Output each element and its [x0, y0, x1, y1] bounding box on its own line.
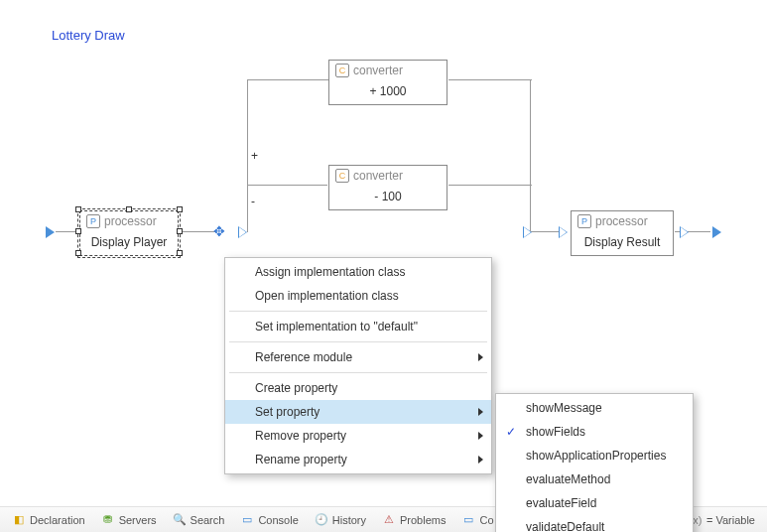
tab-label: Search [191, 514, 225, 526]
tab-label: Console [258, 514, 298, 526]
tab-label: History [332, 514, 366, 526]
submenu-item-showmessage[interactable]: showMessage [496, 396, 693, 420]
selection-handle[interactable] [75, 228, 81, 234]
menu-item-label: showMessage [526, 401, 602, 415]
node-body: Display Player [80, 231, 178, 255]
edge-line [247, 79, 248, 232]
submenu-set-property[interactable]: showMessage ✓ showFields showApplication… [495, 393, 694, 532]
menu-item-label: Set property [255, 405, 320, 419]
branch-plus-label: + [251, 149, 258, 163]
context-menu[interactable]: Assign implementation class Open impleme… [224, 257, 492, 474]
processor-icon: P [577, 214, 591, 228]
port-arrow-icon [680, 226, 689, 238]
submenu-item-showfields[interactable]: ✓ showFields [496, 420, 693, 444]
submenu-item-validatedefault[interactable]: validateDefault [496, 515, 693, 532]
menu-item-assign-impl[interactable]: Assign implementation class [225, 260, 491, 284]
node-header: P processor [80, 211, 178, 231]
check-icon: ✓ [506, 425, 516, 439]
submenu-indicator-icon [478, 353, 483, 361]
menu-separator [229, 341, 487, 342]
node-type-label: converter [353, 169, 403, 183]
node-header: P processor [572, 211, 673, 231]
tab-co-truncated[interactable]: ▭ Co [455, 511, 499, 529]
node-body: + 1000 [329, 80, 447, 104]
menu-separator [229, 311, 487, 312]
edge-line [448, 79, 532, 80]
submenu-item-showappprops[interactable]: showApplicationProperties [496, 444, 693, 467]
problems-icon: ⚠ [382, 513, 396, 527]
submenu-indicator-icon [478, 456, 483, 464]
converter-icon: C [335, 169, 349, 183]
menu-item-rename-property[interactable]: Rename property [225, 448, 491, 471]
tab-label: Declaration [30, 514, 85, 526]
node-header: C converter [329, 61, 447, 80]
edge-line [247, 79, 328, 80]
tab-problems[interactable]: ⚠ Problems [376, 511, 451, 529]
edge-line [448, 185, 532, 186]
servers-icon: ⛃ [101, 513, 115, 527]
diagram-canvas[interactable]: Lottery Draw + - P processor Display Pla… [0, 0, 767, 506]
menu-item-label: showFields [526, 425, 585, 439]
selection-handle[interactable] [177, 228, 183, 234]
tab-variable-truncated[interactable]: (x) = Variable [683, 511, 761, 529]
selection-handle[interactable] [177, 250, 183, 256]
tab-label: Servers [119, 514, 157, 526]
node-type-label: converter [353, 64, 403, 77]
node-body: - 100 [329, 186, 447, 209]
move-handle-icon[interactable]: ✥ [211, 223, 227, 239]
menu-item-create-property[interactable]: Create property [225, 376, 491, 400]
menu-item-label: evaluateField [526, 496, 596, 510]
console-icon: ▭ [240, 513, 254, 527]
node-header: C converter [329, 166, 447, 186]
submenu-item-evaluatemethod[interactable]: evaluateMethod [496, 467, 693, 491]
node-body: Display Result [572, 231, 673, 255]
node-display-player[interactable]: P processor Display Player [79, 210, 179, 256]
submenu-indicator-icon [478, 432, 483, 440]
menu-item-remove-property[interactable]: Remove property [225, 424, 491, 448]
split-arrow-icon [238, 226, 247, 238]
submenu-indicator-icon [478, 408, 483, 416]
node-display-result[interactable]: P processor Display Result [571, 210, 674, 256]
menu-separator [229, 372, 487, 373]
tab-label: Co [479, 514, 493, 526]
flow-exit-arrow-icon [712, 226, 721, 238]
menu-item-reference-module[interactable]: Reference module [225, 345, 491, 369]
menu-item-label: Rename property [255, 453, 347, 466]
history-icon: 🕘 [315, 513, 328, 527]
tab-declaration[interactable]: ◧ Declaration [6, 511, 91, 529]
menu-item-label: showApplicationProperties [526, 449, 666, 463]
edge-line [248, 185, 327, 186]
edge-line [530, 79, 531, 232]
tab-console[interactable]: ▭ Console [234, 511, 304, 529]
tab-label: Problems [400, 514, 446, 526]
menu-item-label: evaluateMethod [526, 472, 610, 486]
tab-servers[interactable]: ⛃ Servers [95, 511, 163, 529]
generic-view-icon: ▭ [461, 513, 475, 527]
converter-icon: C [335, 64, 349, 77]
node-converter-plus[interactable]: C converter + 1000 [328, 60, 447, 105]
menu-item-set-property[interactable]: Set property [225, 400, 491, 424]
diagram-title: Lottery Draw [52, 28, 125, 43]
selection-handle[interactable] [75, 250, 81, 256]
menu-item-open-impl[interactable]: Open implementation class [225, 284, 491, 308]
node-type-label: processor [595, 214, 648, 228]
flow-entry-arrow-icon [46, 226, 55, 238]
node-converter-minus[interactable]: C converter - 100 [328, 165, 447, 210]
menu-item-set-default[interactable]: Set implementation to "default" [225, 315, 491, 338]
menu-item-label: Remove property [255, 429, 346, 443]
node-type-label: processor [104, 214, 157, 228]
port-arrow-icon [559, 226, 568, 238]
tab-search[interactable]: 🔍 Search [167, 511, 231, 529]
processor-icon: P [86, 214, 100, 228]
menu-item-label: Reference module [255, 350, 352, 364]
selection-handle[interactable] [126, 206, 132, 212]
submenu-item-evaluatefield[interactable]: evaluateField [496, 491, 693, 515]
edge-line [180, 231, 215, 232]
tab-label: = Variable [706, 514, 755, 526]
tab-history[interactable]: 🕘 History [309, 511, 372, 529]
selection-handle[interactable] [177, 206, 183, 212]
search-icon: 🔍 [173, 513, 187, 527]
merge-arrow-icon [523, 226, 532, 238]
menu-item-label: validateDefault [526, 520, 604, 532]
selection-handle[interactable] [75, 206, 81, 212]
